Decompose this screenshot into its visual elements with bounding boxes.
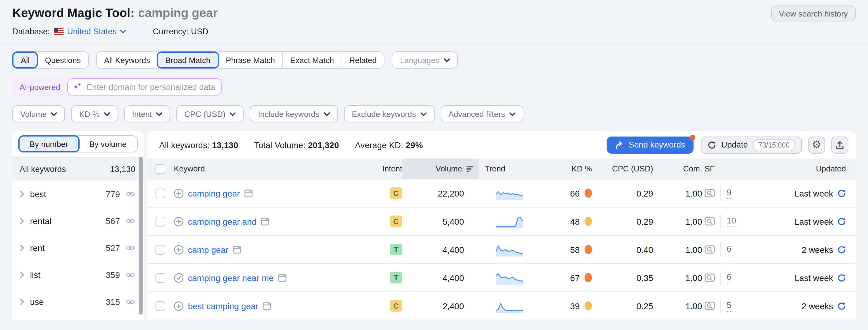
column-header-kd[interactable]: KD % bbox=[540, 159, 592, 179]
keyword-link[interactable]: camping gear and bbox=[188, 216, 256, 226]
row-checkbox[interactable] bbox=[155, 216, 165, 226]
keyword-group-item[interactable]: best 779 bbox=[12, 181, 144, 208]
keyword-added-icon[interactable] bbox=[174, 273, 184, 282]
keyword-group-item[interactable]: list 359 bbox=[12, 262, 144, 288]
view-search-history-button[interactable]: View search history bbox=[771, 5, 856, 22]
filters-row: Volume KD % Intent CPC (USD) Include key… bbox=[0, 98, 868, 122]
keyword-link[interactable]: best camping gear bbox=[188, 301, 258, 311]
serp-features-count[interactable]: 6 bbox=[726, 244, 732, 255]
serp-features-count[interactable]: 6 bbox=[726, 272, 732, 283]
serp-snapshot-icon[interactable] bbox=[705, 273, 715, 282]
eye-icon[interactable] bbox=[125, 244, 135, 252]
eye-icon[interactable] bbox=[125, 271, 135, 279]
column-header-keyword[interactable]: Keyword bbox=[174, 159, 366, 179]
filter-dropdown[interactable]: Advanced filters bbox=[440, 105, 523, 122]
keyword-group-item[interactable]: rental 567 bbox=[12, 208, 144, 235]
tab[interactable]: Broad Match bbox=[157, 52, 219, 68]
send-keywords-button[interactable]: Send keywords bbox=[607, 136, 694, 153]
chevron-right-icon[interactable] bbox=[20, 217, 25, 225]
serp-features-icon[interactable] bbox=[232, 245, 241, 254]
filter-label: Exclude keywords bbox=[352, 109, 416, 118]
column-header-intent[interactable]: Intent bbox=[366, 159, 402, 179]
filter-dropdown[interactable]: Exclude keywords bbox=[344, 105, 435, 122]
chevron-right-icon[interactable] bbox=[20, 298, 25, 305]
row-checkbox[interactable] bbox=[155, 301, 165, 311]
refresh-keyword-icon[interactable] bbox=[837, 189, 846, 198]
add-keyword-icon[interactable] bbox=[174, 301, 184, 311]
group-count: 779 bbox=[105, 189, 120, 199]
cpc-value: 0.25 bbox=[592, 292, 653, 320]
column-header-com[interactable]: Com. bbox=[653, 159, 702, 179]
refresh-keyword-icon[interactable] bbox=[837, 245, 846, 254]
chevron-right-icon[interactable] bbox=[20, 271, 25, 278]
serp-snapshot-icon[interactable] bbox=[705, 217, 715, 226]
tab[interactable]: Exact Match bbox=[282, 52, 341, 68]
filter-dropdown[interactable]: Intent bbox=[124, 105, 170, 122]
refresh-keyword-icon[interactable] bbox=[837, 217, 846, 226]
serp-features-count[interactable]: 5 bbox=[726, 300, 732, 311]
table-settings-button[interactable]: ⚙ bbox=[808, 136, 825, 153]
serp-features-count[interactable]: 10 bbox=[726, 216, 736, 227]
tab[interactable]: By volume bbox=[79, 136, 137, 152]
cpc-value: 0.29 bbox=[592, 208, 653, 235]
keyword-link[interactable]: camp gear bbox=[188, 245, 228, 254]
tab[interactable]: Phrase Match bbox=[219, 52, 282, 68]
kd-value: 39 bbox=[570, 301, 580, 311]
add-keyword-icon[interactable] bbox=[174, 216, 184, 226]
update-metrics-button[interactable]: Update 73/15,000 bbox=[701, 136, 802, 153]
refresh-keyword-icon[interactable] bbox=[837, 302, 846, 310]
updated-value: Last week bbox=[795, 188, 833, 198]
tab-label: All bbox=[21, 55, 30, 65]
filter-dropdown[interactable]: KD % bbox=[71, 105, 118, 122]
domain-input[interactable] bbox=[68, 78, 222, 95]
serp-features-icon[interactable] bbox=[262, 302, 271, 310]
column-header-cpc[interactable]: CPC (USD) bbox=[592, 159, 653, 179]
stat-total-volume: Total Volume: 201,320 bbox=[254, 140, 339, 150]
table-row: camping gear near me T 4,400 67 0.35 1.0… bbox=[147, 264, 856, 292]
currency-label: Currency: bbox=[153, 27, 189, 36]
keyword-group-item[interactable]: use 315 bbox=[12, 288, 144, 315]
row-checkbox[interactable] bbox=[155, 273, 165, 282]
filter-dropdown[interactable]: Include keywords bbox=[250, 105, 338, 122]
serp-features-icon[interactable] bbox=[261, 217, 269, 226]
eye-icon[interactable] bbox=[125, 190, 135, 198]
keyword-group-item[interactable]: rent 527 bbox=[12, 235, 144, 262]
keyword-link[interactable]: camping gear bbox=[188, 188, 240, 198]
filter-dropdown[interactable]: CPC (USD) bbox=[176, 105, 244, 122]
row-checkbox[interactable] bbox=[155, 245, 165, 254]
tab[interactable]: Questions bbox=[38, 52, 88, 68]
eye-icon[interactable] bbox=[125, 217, 135, 225]
tab[interactable]: Related bbox=[341, 52, 384, 68]
row-checkbox[interactable] bbox=[155, 188, 165, 198]
export-button[interactable] bbox=[831, 136, 848, 153]
add-keyword-icon[interactable] bbox=[174, 245, 184, 254]
column-header-updated[interactable]: Updated bbox=[763, 159, 846, 179]
tab[interactable]: All bbox=[12, 52, 38, 68]
serp-features-icon[interactable] bbox=[278, 273, 286, 282]
serp-snapshot-icon[interactable] bbox=[705, 188, 715, 198]
sidebar-scrollbar[interactable] bbox=[139, 157, 143, 315]
column-header-trend[interactable]: Trend bbox=[479, 159, 540, 179]
languages-dropdown[interactable]: Languages bbox=[392, 52, 458, 68]
eye-icon[interactable] bbox=[125, 298, 135, 306]
sidebar-item-all-keywords[interactable]: All keywords 13,130 bbox=[12, 158, 144, 181]
serp-features-icon[interactable] bbox=[244, 189, 253, 198]
database-select[interactable]: United States bbox=[67, 27, 126, 36]
add-keyword-icon[interactable] bbox=[174, 188, 184, 198]
filter-dropdown[interactable]: Volume bbox=[12, 105, 65, 122]
refresh-keyword-icon[interactable] bbox=[837, 273, 846, 282]
serp-snapshot-icon[interactable] bbox=[705, 245, 715, 254]
serp-features-count[interactable]: 9 bbox=[726, 188, 732, 199]
tab-label: All Keywords bbox=[104, 55, 150, 65]
kd-level-dot bbox=[585, 188, 592, 198]
chevron-right-icon[interactable] bbox=[20, 190, 25, 198]
chevron-down-icon bbox=[420, 112, 426, 116]
select-all-checkbox[interactable] bbox=[155, 164, 165, 174]
tab[interactable]: All Keywords bbox=[97, 52, 157, 68]
tab[interactable]: By number bbox=[18, 135, 79, 152]
chevron-right-icon[interactable] bbox=[20, 244, 25, 252]
column-header-sf[interactable]: SF bbox=[702, 159, 763, 179]
keyword-link[interactable]: camping gear near me bbox=[188, 273, 274, 282]
serp-snapshot-icon[interactable] bbox=[705, 301, 715, 310]
column-header-volume[interactable]: Volume bbox=[402, 159, 479, 179]
